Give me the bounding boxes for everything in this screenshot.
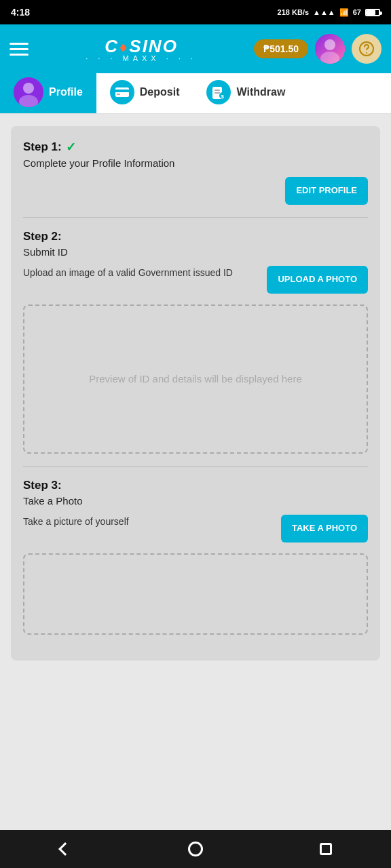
step-2-subtitle: Submit ID xyxy=(23,246,368,258)
withdraw-icon: $ xyxy=(206,80,231,104)
header-right: ₱501.50 xyxy=(254,34,381,64)
step-3-header: Step 3: xyxy=(23,479,368,492)
step-3-section: Step 3: Take a Photo Take a picture of y… xyxy=(23,479,368,647)
steps-card: Step 1: ✓ Complete your Profile Informat… xyxy=(11,126,380,660)
tab-deposit-label: Deposit xyxy=(140,86,180,98)
back-arrow-icon xyxy=(58,842,72,856)
deposit-icon xyxy=(110,80,134,104)
svg-rect-13 xyxy=(215,92,220,94)
svg-point-6 xyxy=(23,83,34,94)
logo-subtitle: · · · MAXX · · · xyxy=(86,54,197,62)
network-speed: 218 KB/s xyxy=(278,8,309,16)
balance-badge[interactable]: ₱501.50 xyxy=(254,39,308,58)
step-1-row: EDIT PROFILE xyxy=(23,177,368,205)
svg-point-1 xyxy=(324,39,335,50)
tab-profile-label: Profile xyxy=(49,86,83,98)
battery-icon xyxy=(365,9,380,16)
tab-withdraw[interactable]: $ Withdraw xyxy=(193,73,299,113)
id-preview-text: Preview of ID and details will be displa… xyxy=(82,366,309,391)
svg-rect-12 xyxy=(215,90,220,91)
svg-rect-9 xyxy=(115,90,129,92)
edit-profile-button[interactable]: EDIT PROFILE xyxy=(285,177,368,205)
home-icon xyxy=(188,842,203,856)
svg-point-4 xyxy=(366,52,367,54)
recent-apps-button[interactable] xyxy=(311,834,341,864)
home-button[interactable] xyxy=(181,834,210,864)
step-2-description: Upload an image of a valid Government is… xyxy=(23,266,260,280)
avatar[interactable] xyxy=(315,34,345,64)
step-2-label: Step 2: xyxy=(23,230,62,243)
logo: C♦SINO · · · MAXX · · · xyxy=(86,36,197,62)
wifi-icon: 📶 xyxy=(339,8,349,17)
step-1-check-icon: ✓ xyxy=(66,140,76,155)
status-right: 218 KB/s ▲▲▲ 📶 67 xyxy=(278,8,380,17)
step-3-row: Take a picture of yourself TAKE A PHOTO xyxy=(23,515,368,542)
svg-rect-10 xyxy=(117,94,120,95)
step-1-label: Step 1: xyxy=(23,140,62,154)
bottom-nav xyxy=(0,830,391,868)
step-1-header: Step 1: ✓ xyxy=(23,140,368,155)
recent-apps-icon xyxy=(320,843,332,855)
step-2-header: Step 2: xyxy=(23,230,368,243)
step-2-row: Upload an image of a valid Government is… xyxy=(23,266,368,294)
step-1-subtitle: Complete your Profile Information xyxy=(23,157,368,169)
step-1-section: Step 1: ✓ Complete your Profile Informat… xyxy=(23,140,368,218)
header: C♦SINO · · · MAXX · · · ₱501.50 xyxy=(0,24,391,73)
step-3-description: Take a picture of yourself xyxy=(23,515,274,529)
take-photo-button[interactable]: TAKE A PHOTO xyxy=(281,515,368,542)
hamburger-button[interactable] xyxy=(10,43,29,56)
status-time: 4:18 xyxy=(11,7,30,18)
step-3-subtitle: Take a Photo xyxy=(23,495,368,507)
tab-deposit[interactable]: Deposit xyxy=(96,73,193,113)
photo-preview-box xyxy=(23,553,368,635)
nav-tabs: Profile Deposit $ Withdraw xyxy=(0,73,391,114)
support-button[interactable] xyxy=(352,34,381,64)
tab-profile[interactable]: Profile xyxy=(0,73,96,113)
battery-label: 67 xyxy=(353,8,361,16)
signal-icon: ▲▲▲ xyxy=(313,8,335,16)
profile-tab-avatar xyxy=(14,77,43,107)
upload-photo-button[interactable]: UPLOAD A PHOTO xyxy=(267,266,368,294)
main-content: Step 1: ✓ Complete your Profile Informat… xyxy=(0,114,391,830)
step-3-label: Step 3: xyxy=(23,479,62,492)
svg-text:$: $ xyxy=(221,94,225,100)
logo-diamond: ♦ xyxy=(119,39,128,56)
back-button[interactable] xyxy=(50,834,80,864)
step-2-section: Step 2: Submit ID Upload an image of a v… xyxy=(23,230,368,467)
tab-withdraw-label: Withdraw xyxy=(236,86,285,98)
id-preview-box: Preview of ID and details will be displa… xyxy=(23,304,368,454)
status-bar: 4:18 218 KB/s ▲▲▲ 📶 67 xyxy=(0,0,391,24)
